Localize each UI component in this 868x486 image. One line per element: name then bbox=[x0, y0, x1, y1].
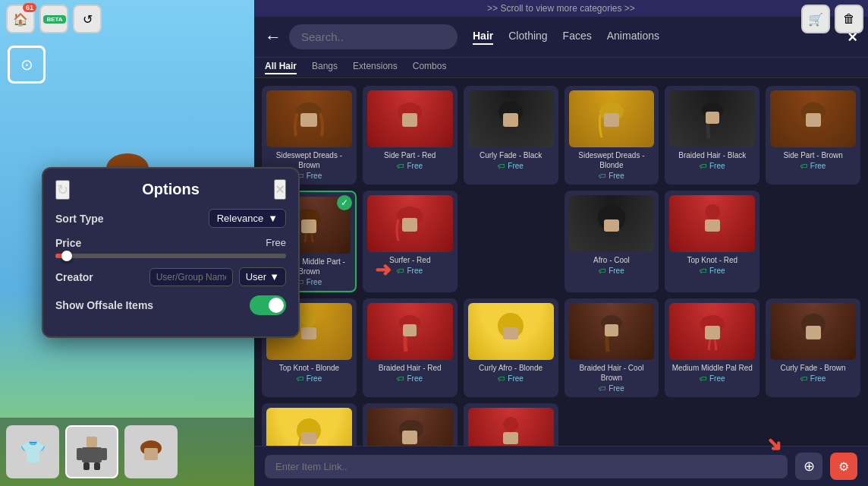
tab-hair[interactable]: Hair bbox=[473, 30, 493, 45]
beta-icon-btn[interactable]: BETA bbox=[39, 5, 68, 33]
item-name: Sideswept Dreads - Blonde bbox=[569, 150, 655, 170]
tab-animations[interactable]: Animations bbox=[607, 30, 659, 45]
tab-faces[interactable]: Faces bbox=[563, 30, 592, 45]
item-braided-hair-red[interactable]: Braided Hair - Red 🏷Free bbox=[363, 298, 458, 397]
options-close-button[interactable]: × bbox=[274, 179, 286, 200]
item-price: 🏷Free bbox=[569, 172, 655, 180]
item-price: 🏷Free bbox=[266, 374, 352, 383]
notification-badge: 61 bbox=[23, 3, 36, 12]
item-curly-fade-black[interactable]: Curly Fade - Black 🏷Free bbox=[464, 86, 558, 185]
thumbnail-hair[interactable] bbox=[124, 425, 178, 478]
item-name: Surfer - Red bbox=[367, 255, 453, 265]
svg-rect-55 bbox=[806, 326, 821, 339]
svg-rect-35 bbox=[301, 219, 316, 233]
item-image bbox=[367, 195, 453, 252]
item-image bbox=[266, 408, 352, 446]
cart-button[interactable]: 🛒 bbox=[801, 5, 830, 33]
item-image bbox=[569, 90, 655, 147]
sort-type-label: Sort Type bbox=[55, 213, 104, 225]
settings-button[interactable]: ⚙ bbox=[830, 453, 857, 480]
item-sido-part-brown[interactable]: Sido Part - Brown 🏷Free bbox=[363, 403, 458, 446]
tab-clothing[interactable]: Clothing bbox=[508, 30, 547, 45]
item-image bbox=[569, 195, 655, 252]
offsale-label: Show Offsale Items bbox=[55, 299, 153, 311]
back-button[interactable]: ← bbox=[265, 29, 281, 46]
item-image bbox=[468, 90, 554, 147]
item-image bbox=[669, 195, 755, 252]
svg-rect-19 bbox=[94, 462, 100, 470]
slider-thumb[interactable] bbox=[61, 251, 72, 261]
price-slider[interactable] bbox=[55, 254, 286, 258]
scan-icon-btn[interactable]: ⊙ bbox=[8, 46, 46, 84]
item-image bbox=[468, 303, 554, 360]
shop-panel: >> Scroll to view more categories >> ← H… bbox=[254, 0, 868, 486]
item-price: 🏷Free bbox=[569, 267, 655, 275]
svg-rect-23 bbox=[300, 113, 317, 127]
svg-rect-29 bbox=[604, 113, 619, 127]
thumbnail-avatar[interactable] bbox=[65, 425, 118, 478]
item-price: 🏷Free bbox=[569, 384, 655, 393]
trash-button[interactable]: 🗑 bbox=[835, 5, 863, 33]
creator-type-select[interactable]: User ▼ bbox=[239, 267, 286, 286]
creator-type-chevron-icon: ▼ bbox=[269, 271, 279, 282]
offsale-toggle[interactable] bbox=[250, 295, 286, 315]
item-curly-blonde[interactable]: Curly Blonde 🏷Free bbox=[262, 403, 357, 446]
top-bar: 🏠 61 BETA ↺ bbox=[0, 0, 254, 38]
item-top-knot-red[interactable]: Top Knot - Red 🏷Free bbox=[665, 191, 760, 292]
item-image bbox=[669, 90, 755, 147]
shop-bottom-bar: ⊕ ⚙ bbox=[254, 446, 868, 486]
item-name: Curly Fade - Black bbox=[468, 150, 554, 160]
item-name: Curly Afro - Blonde bbox=[468, 363, 554, 373]
sort-type-row: Sort Type Relevance ▼ bbox=[55, 209, 286, 228]
svg-rect-45 bbox=[301, 327, 316, 339]
creator-input-group: User ▼ bbox=[149, 267, 286, 286]
item-name: Top Knot - Red bbox=[669, 255, 755, 265]
svg-rect-59 bbox=[402, 431, 417, 444]
item-knot-red[interactable]: Knot Red 🏷Free bbox=[464, 403, 558, 446]
sub-tabs: All Hair Bangs Extensions Combos bbox=[254, 58, 868, 78]
item-price: 🏷Free bbox=[367, 267, 453, 275]
svg-rect-51 bbox=[605, 324, 618, 336]
thumbnail-outfit[interactable]: 👕 bbox=[6, 425, 59, 478]
sort-type-select[interactable]: Relevance ▼ bbox=[209, 209, 286, 228]
options-header: ↻ Options × bbox=[55, 181, 286, 198]
svg-rect-37 bbox=[402, 218, 417, 232]
svg-rect-25 bbox=[402, 113, 417, 127]
items-grid: Sideswept Dreads - Brown 🏷Free Side Part… bbox=[254, 78, 868, 446]
item-medium-middle-pal-red[interactable]: Medium Middle Pal Red 🏷Free bbox=[665, 298, 760, 397]
item-side-part-red[interactable]: Side Part - Red 🏷Free bbox=[363, 86, 458, 185]
item-price: 🏷Free bbox=[468, 374, 554, 383]
item-name: Side Part - Red bbox=[367, 150, 453, 160]
creator-name-input[interactable] bbox=[149, 268, 233, 286]
search-input[interactable] bbox=[289, 24, 458, 49]
item-image bbox=[367, 408, 453, 446]
item-curly-afro-blonde[interactable]: Curly Afro - Blonde 🏷Free bbox=[464, 298, 558, 397]
price-value: Free bbox=[266, 237, 286, 249]
options-modal: ↻ Options × Sort Type Relevance ▼ Price … bbox=[42, 167, 300, 338]
item-afro-cool[interactable]: Afro - Cool 🏷Free bbox=[565, 191, 659, 292]
item-link-input[interactable] bbox=[265, 455, 788, 478]
item-price: 🏷Free bbox=[669, 162, 755, 170]
item-image bbox=[367, 90, 453, 147]
svg-rect-33 bbox=[806, 113, 821, 127]
options-refresh-button[interactable]: ↻ bbox=[55, 180, 70, 200]
item-surfer-red[interactable]: Surfer - Red 🏷Free bbox=[363, 191, 458, 292]
nav-tabs: Hair Clothing Faces Animations bbox=[473, 30, 659, 45]
zoom-button[interactable]: ⊕ bbox=[795, 453, 822, 480]
history-icon-btn[interactable]: ↺ bbox=[73, 5, 102, 33]
subtab-combos[interactable]: Combos bbox=[413, 61, 447, 74]
item-braided-hair-black[interactable]: Braided Hair - Black 🏷Free bbox=[665, 86, 760, 185]
subtab-all-hair[interactable]: All Hair bbox=[265, 61, 297, 74]
svg-rect-15 bbox=[82, 447, 102, 462]
item-braided-hair-cool-brown[interactable]: Braided Hair - Cool Brown 🏷Free bbox=[565, 298, 659, 397]
home-icon: 🏠 bbox=[13, 12, 28, 27]
subtab-extensions[interactable]: Extensions bbox=[353, 61, 398, 74]
item-side-part-brown[interactable]: Side Part - Brown 🏷Free bbox=[766, 86, 860, 185]
svg-rect-47 bbox=[403, 324, 417, 336]
svg-rect-17 bbox=[101, 448, 107, 460]
subtab-bangs[interactable]: Bangs bbox=[312, 61, 338, 74]
item-name: Braided Hair - Red bbox=[367, 363, 453, 373]
item-sideswept-dreads-blonde[interactable]: Sideswept Dreads - Blonde 🏷Free bbox=[565, 86, 659, 185]
home-icon-btn[interactable]: 🏠 61 bbox=[6, 5, 35, 33]
item-curly-fade-brown[interactable]: Curly Fade - Brown 🏷Free bbox=[766, 298, 860, 397]
